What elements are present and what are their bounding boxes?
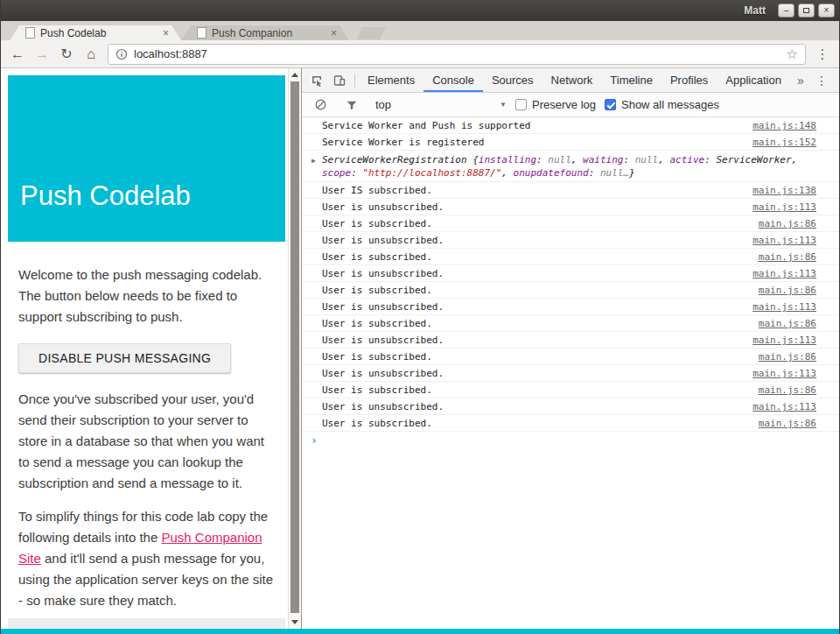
clear-console-button[interactable] <box>309 94 332 116</box>
page-scrollbar[interactable] <box>288 68 301 629</box>
console-source-link[interactable]: main.js:86 <box>759 218 816 229</box>
console-source-link[interactable]: main.js:138 <box>752 185 816 196</box>
console-toolbar: top ▼ Preserve log Show all messages <box>302 93 839 117</box>
browser-window: Matt – × Push Codelab × Push Companion ×… <box>0 0 840 634</box>
tab-close-icon[interactable]: × <box>331 28 337 39</box>
console-source-link[interactable]: main.js:113 <box>752 335 816 346</box>
devtools-tab-timeline[interactable]: Timeline <box>601 68 662 92</box>
device-toolbar-button[interactable] <box>328 69 351 92</box>
prompt-chevron-icon: › <box>311 433 318 447</box>
console-source-link[interactable]: main.js:86 <box>759 318 816 329</box>
toolbar-separator <box>354 74 355 88</box>
console-source-link[interactable]: main.js:148 <box>752 120 816 131</box>
console-message: Service Worker is registeredmain.js:152 <box>302 134 839 151</box>
window-close-icon: × <box>824 6 830 15</box>
filter-button[interactable] <box>340 94 363 116</box>
devtools-tab-elements[interactable]: Elements <box>359 68 424 92</box>
devtools-toolbar-right: » ⋮ × <box>790 69 840 92</box>
devtools-tab-application[interactable]: Application <box>717 68 790 92</box>
console-message: User is unsubscribed.main.js:113 <box>302 365 839 382</box>
console-messages: Service Worker and Push is supportedmain… <box>302 117 839 432</box>
console-message: User is subscribed.main.js:86 <box>302 349 839 365</box>
tab-strip: Push Codelab × Push Companion × <box>1 21 839 40</box>
browser-tab-push-companion[interactable]: Push Companion × <box>181 25 349 40</box>
console-message: User is subscribed.main.js:86 <box>302 215 839 232</box>
content-area: Push Codelab Welcome to the push messagi… <box>1 68 839 629</box>
devtools-close-icon[interactable]: × <box>832 69 840 92</box>
preserve-log-toggle[interactable]: Preserve log <box>515 98 596 111</box>
devtools-tab-profiles[interactable]: Profiles <box>662 68 717 92</box>
more-panels-chevron-icon[interactable]: » <box>790 69 811 92</box>
console-message: User is subscribed.main.js:86 <box>302 282 839 299</box>
devtools-tab-network[interactable]: Network <box>542 68 602 92</box>
preserve-log-checkbox[interactable] <box>515 99 527 110</box>
console-source-link[interactable]: main.js:86 <box>759 384 816 396</box>
console-message: User is subscribed.main.js:86 <box>302 415 839 432</box>
browser-tab-push-codelab[interactable]: Push Codelab × <box>10 25 181 40</box>
console-source-link[interactable]: main.js:113 <box>752 401 816 412</box>
browser-menu-button[interactable]: ⋮ <box>811 43 834 66</box>
show-all-messages-label: Show all messages <box>621 98 719 111</box>
info-icon[interactable] <box>116 48 128 60</box>
show-all-messages-checkbox[interactable] <box>605 99 616 110</box>
devtools-panel: ElementsConsoleSourcesNetworkTimelinePro… <box>301 68 839 629</box>
scroll-down-arrow-icon[interactable] <box>291 620 298 624</box>
console-message: User IS subscribed.main.js:138 <box>302 182 839 199</box>
address-bar[interactable]: localhost:8887 ☆ <box>108 44 806 65</box>
console-message: User is subscribed.main.js:86 <box>302 382 839 398</box>
console-message: Service Worker and Push is supportedmain… <box>302 117 839 134</box>
tab-close-icon[interactable]: × <box>163 28 169 39</box>
console-source-link[interactable]: main.js:86 <box>759 285 816 296</box>
subscribe-paragraph: Once you've subscribed your user, you'd … <box>18 389 276 494</box>
companion-paragraph: To simplify things for this code lab cop… <box>18 506 276 611</box>
intro-paragraph: Welcome to the push messaging codelab. T… <box>18 264 276 328</box>
forward-button[interactable]: → <box>31 43 53 66</box>
console-source-link[interactable]: main.js:113 <box>752 201 816 213</box>
scroll-up-arrow-icon[interactable] <box>291 73 298 77</box>
console-source-link[interactable]: main.js:86 <box>759 251 816 263</box>
section-divider <box>8 618 285 629</box>
console-message: User is unsubscribed.main.js:113 <box>302 232 839 249</box>
bookmark-star-icon[interactable]: ☆ <box>787 46 798 62</box>
disable-push-messaging-button[interactable]: DISABLE PUSH MESSAGING <box>18 343 231 373</box>
companion-text-after: and it'll send a push message for you, u… <box>18 551 273 608</box>
window-bottom-border <box>1 629 839 634</box>
scrollbar-thumb[interactable] <box>290 81 299 613</box>
home-button[interactable]: ⌂ <box>80 43 102 66</box>
console-source-link[interactable]: main.js:113 <box>752 301 816 313</box>
console-prompt[interactable]: › <box>302 432 839 448</box>
inspect-element-button[interactable] <box>305 69 328 92</box>
dropdown-arrow-icon: ▼ <box>500 101 507 109</box>
window-titlebar[interactable]: Matt – × <box>1 0 839 21</box>
devtools-tab-sources[interactable]: Sources <box>483 68 542 92</box>
minimize-icon: – <box>784 6 789 15</box>
back-button[interactable]: ← <box>6 43 29 66</box>
maximize-button[interactable] <box>798 4 815 18</box>
console-source-link[interactable]: main.js:86 <box>759 351 816 363</box>
console-source-link[interactable]: main.js:113 <box>752 268 816 279</box>
device-toolbar-icon <box>332 74 346 88</box>
console-source-link[interactable]: main.js:113 <box>752 368 816 379</box>
expand-object-triangle-icon[interactable]: ▶ <box>312 155 316 166</box>
page-header: Push Codelab <box>8 75 285 242</box>
context-label: top <box>375 98 391 111</box>
page-favicon-icon <box>197 27 206 39</box>
devtools-tabs: ElementsConsoleSourcesNetworkTimelinePro… <box>359 68 790 92</box>
filter-funnel-icon <box>346 99 358 111</box>
devtools-tab-console[interactable]: Console <box>424 68 483 92</box>
devtools-menu-icon[interactable]: ⋮ <box>811 69 832 92</box>
minimize-button[interactable]: – <box>778 4 794 18</box>
console-source-link[interactable]: main.js:86 <box>759 418 816 429</box>
show-all-messages-toggle[interactable]: Show all messages <box>605 98 719 111</box>
new-tab-button[interactable] <box>356 27 386 39</box>
browser-toolbar: ← → ↻ ⌂ localhost:8887 ☆ ⋮ <box>1 40 839 68</box>
execution-context-selector[interactable]: top ▼ <box>375 98 507 111</box>
window-close-button[interactable]: × <box>818 4 835 18</box>
console-source-link[interactable]: main.js:152 <box>752 137 816 148</box>
page-favicon-icon <box>25 27 35 39</box>
inspect-cursor-icon <box>310 74 324 88</box>
preserve-log-label: Preserve log <box>532 98 596 111</box>
console-message: User is unsubscribed.main.js:113 <box>302 332 839 349</box>
console-source-link[interactable]: main.js:113 <box>752 235 816 246</box>
reload-button[interactable]: ↻ <box>55 43 78 66</box>
